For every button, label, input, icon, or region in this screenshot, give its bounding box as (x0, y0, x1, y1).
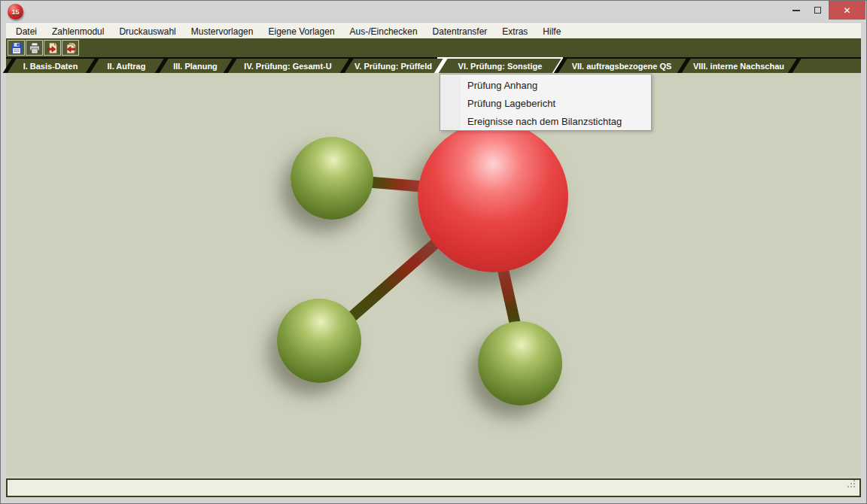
tab-pruefung-sonstige[interactable]: VI. Prüfung: Sonstige (440, 59, 560, 73)
status-bar (6, 478, 861, 497)
check-out-button[interactable] (44, 40, 61, 56)
resize-grip-icon[interactable] (847, 486, 849, 487)
tab-basis-daten[interactable]: I. Basis-Daten (9, 59, 92, 73)
menu-aus-einchecken[interactable]: Aus-/Einchecken (342, 24, 425, 38)
minimize-icon (792, 10, 800, 11)
close-button[interactable]: ✕ (829, 1, 865, 20)
tab-bar: I. Basis-Daten II. Auftrag III. Planung … (6, 57, 861, 73)
menu-datentransfer[interactable]: Datentransfer (425, 24, 495, 38)
tab-auftrag[interactable]: II. Auftrag (92, 59, 161, 73)
app-window: 15 ✕ Datei Zahlenmodul Druckauswahl Must… (0, 0, 867, 504)
tab-endcap (794, 59, 802, 73)
save-icon (11, 42, 23, 54)
content-area (6, 73, 861, 476)
check-in-button[interactable] (62, 40, 79, 56)
menu-mustervorlagen[interactable]: Mustervorlagen (184, 24, 261, 38)
titlebar: 15 ✕ (1, 1, 866, 23)
menu-datei[interactable]: Datei (8, 24, 44, 38)
menubar: Datei Zahlenmodul Druckauswahl Mustervor… (6, 23, 861, 38)
molecule-green-sphere-bottom-right (478, 321, 562, 405)
maximize-button[interactable] (807, 1, 829, 20)
check-in-icon (65, 42, 77, 54)
window-controls: ✕ (785, 1, 865, 20)
menu-hilfe[interactable]: Hilfe (535, 24, 568, 38)
molecule-red-sphere (418, 122, 568, 272)
tab-pruefung-prueffeld[interactable]: V. Prüfung: Prüffeld (346, 59, 440, 73)
menu-item-pruefung-anhang[interactable]: Prüfung Anhang (440, 76, 651, 94)
molecule-green-sphere-top-left (291, 137, 373, 220)
minimize-button[interactable] (785, 1, 807, 20)
maximize-icon (814, 7, 821, 14)
menu-item-ereignisse-bilanzstichtag[interactable]: Ereignisse nach dem Bilanzstichtag (440, 112, 651, 130)
menu-item-pruefung-lagebericht[interactable]: Prüfung Lagebericht (440, 94, 651, 112)
toolbar (6, 38, 861, 57)
menu-extras[interactable]: Extras (494, 24, 535, 38)
menu-druckauswahl[interactable]: Druckauswahl (111, 24, 183, 38)
tab-auftragsbezogene-qs[interactable]: VII. auftragsbezogene QS (560, 59, 683, 73)
print-icon (29, 42, 41, 54)
menu-eigene-vorlagen[interactable]: Eigene Vorlagen (260, 24, 342, 38)
print-button[interactable] (26, 40, 43, 56)
tab-interne-nachschau[interactable]: VIII. interne Nachschau (683, 59, 794, 73)
molecule-green-sphere-bottom-left (277, 299, 361, 383)
tab-planung[interactable]: III. Planung (161, 59, 230, 73)
check-out-icon (47, 42, 59, 54)
menu-zahlenmodul[interactable]: Zahlenmodul (44, 24, 111, 38)
tab-pruefung-gesamt-u[interactable]: IV. Prüfung: Gesamt-U (230, 59, 346, 73)
app-logo-icon: 15 (8, 4, 23, 20)
tab-dropdown-menu: Prüfung Anhang Prüfung Lagebericht Ereig… (440, 74, 652, 131)
save-button[interactable] (8, 40, 25, 56)
